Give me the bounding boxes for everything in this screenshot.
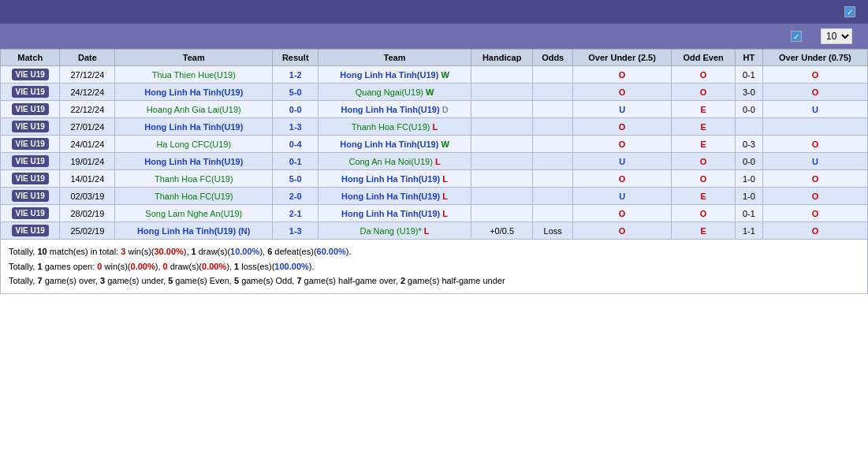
cell-handicap [471,170,532,188]
display-notes-checkbox-label[interactable]: ✓ [844,6,859,17]
cell-match: VIE U19 [1,66,60,84]
cell-team2-outcome: Hong Linh Ha Tinh(U19) L [319,188,471,205]
table-row: VIE U19 27/12/24 Thua Thien Hue(U19) 1-2… [1,66,868,84]
cell-over-under2: O [762,188,867,205]
cell-odds [533,118,573,136]
cell-over-under: U [573,188,672,205]
footer-line2: Totally, 1 games open: 0 win(s)(0.00%), … [9,259,859,274]
cell-over-under: O [573,66,672,84]
cell-team2-outcome: Da Nang (U19)* L [319,222,471,240]
cell-ht: 0-1 [735,205,762,222]
cell-ht: 1-0 [735,188,762,205]
cell-result: 5-0 [273,84,319,101]
cell-ht: 0-0 [735,153,762,170]
table-row: VIE U19 27/01/24 Hong Linh Ha Tinh(U19) … [1,118,868,136]
table-row: VIE U19 22/12/24 Hoang Anh Gia Lai(U19) … [1,101,868,118]
cell-odds [533,101,573,118]
table-row: VIE U19 19/01/24 Hong Linh Ha Tinh(U19) … [1,153,868,170]
cell-date: 02/03/19 [60,188,115,205]
cell-handicap [471,66,532,84]
cell-over-under2: O [762,205,867,222]
cell-odd-even: E [672,222,736,240]
cell-date: 24/01/24 [60,136,115,153]
cell-match: VIE U19 [1,136,60,153]
cell-handicap [471,84,532,101]
table-row: VIE U19 24/12/24 Hong Linh Ha Tinh(U19) … [1,84,868,101]
cell-odds [533,136,573,153]
cell-result: 1-2 [273,66,319,84]
cell-over-under2 [762,118,867,136]
cell-handicap: +0/0.5 [471,222,532,240]
cell-ht: 0-0 [735,101,762,118]
cell-team2-outcome: Cong An Ha Noi(U19) L [319,153,471,170]
cell-odds: Loss [533,222,573,240]
cell-team1: Hong Linh Ha Tinh(U19) [115,84,273,101]
cell-team1: Thanh Hoa FC(U19) [115,170,273,188]
col-date: Date [60,50,115,66]
cell-result: 1-3 [273,222,319,240]
cell-date: 14/01/24 [60,170,115,188]
col-handicap: Handicap [471,50,532,66]
cell-odd-even: E [672,118,736,136]
cell-team1: Hong Linh Ha Tinh(U19) (N) [115,222,273,240]
cell-team1: Thua Thien Hue(U19) [115,66,273,84]
filter-checkbox[interactable]: ✓ [791,31,802,42]
cell-over-under: O [573,84,672,101]
cell-ht: 1-0 [735,170,762,188]
footer-line1: Totally, 10 match(es) in total: 3 win(s)… [9,244,859,259]
cell-match: VIE U19 [1,84,60,101]
cell-match: VIE U19 [1,170,60,188]
display-notes-checkbox[interactable]: ✓ [844,6,855,17]
cell-handicap [471,118,532,136]
cell-odds [533,84,573,101]
cell-date: 27/01/24 [60,118,115,136]
cell-over-under2: O [762,84,867,101]
cell-handicap [471,153,532,170]
cell-team2-outcome: Hong Linh Ha Tinh(U19) L [319,205,471,222]
cell-result: 1-3 [273,118,319,136]
cell-team2-outcome: Hong Linh Ha Tinh(U19) D [319,101,471,118]
cell-team2-outcome: Quang Ngai(U19) W [319,84,471,101]
cell-date: 28/02/19 [60,205,115,222]
cell-ht: 0-3 [735,136,762,153]
table-row: VIE U19 02/03/19 Thanh Hoa FC(U19) 2-0 H… [1,188,868,205]
cell-ht: 3-0 [735,84,762,101]
header: ✓ [0,0,868,24]
cell-team2-outcome: Hong Linh Ha Tinh(U19) W [319,66,471,84]
cell-match: VIE U19 [1,205,60,222]
cell-handicap [471,136,532,153]
cell-match: VIE U19 [1,118,60,136]
cell-result: 0-1 [273,153,319,170]
cell-result: 0-0 [273,101,319,118]
cell-date: 19/01/24 [60,153,115,170]
footer: Totally, 10 match(es) in total: 3 win(s)… [0,240,868,294]
cell-over-under: O [573,222,672,240]
cell-team1: Hong Linh Ha Tinh(U19) [115,118,273,136]
cell-team2-outcome: Hong Linh Ha Tinh(U19) L [319,170,471,188]
cell-date: 24/12/24 [60,84,115,101]
cell-team1: Ha Long CFC(U19) [115,136,273,153]
filter-games-select[interactable]: 10 20 30 [821,28,852,44]
cell-odds [533,205,573,222]
cell-result: 2-0 [273,188,319,205]
col-over-under2: Over Under (0.75) [762,50,867,66]
col-team1: Team [115,50,273,66]
cell-odd-even: O [672,170,736,188]
cell-date: 25/02/19 [60,222,115,240]
cell-over-under: O [573,136,672,153]
cell-ht [735,118,762,136]
col-odds: Odds [533,50,573,66]
cell-odd-even: E [672,188,736,205]
cell-odd-even: O [672,205,736,222]
cell-odd-even: E [672,101,736,118]
cell-over-under: O [573,170,672,188]
cell-match: VIE U19 [1,101,60,118]
cell-over-under2: O [762,222,867,240]
cell-odd-even: E [672,136,736,153]
cell-odd-even: O [672,84,736,101]
header-right: ✓ [844,6,859,17]
table-row: VIE U19 28/02/19 Song Lam Nghe An(U19) 2… [1,205,868,222]
cell-result: 2-1 [273,205,319,222]
cell-over-under2: U [762,153,867,170]
cell-match: VIE U19 [1,222,60,240]
